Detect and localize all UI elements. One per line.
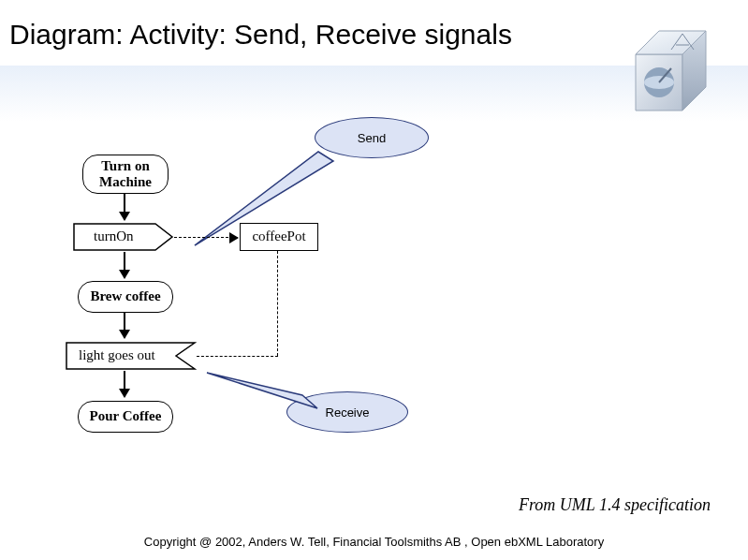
activity-diagram: Turn on Machine turnOn coffeePot Brew co…: [56, 112, 431, 487]
send-signal-label: turnOn: [94, 228, 134, 244]
dashed-vertical: [277, 251, 278, 356]
brew-label: Brew coffee: [90, 288, 160, 304]
slide: Diagram: Activity: Send, Receive signals: [0, 0, 748, 560]
activity-brew-coffee: Brew coffee: [78, 281, 173, 313]
copyright-text: Copyright @ 2002, Anders W. Tell, Financ…: [0, 535, 748, 549]
pour-label: Pour Coffee: [90, 408, 162, 424]
dashed-to-coffeepot: [174, 237, 238, 238]
turn-on-line1: Turn on: [101, 158, 150, 173]
coffeepot-label: coffeePot: [252, 228, 305, 244]
arrow-1: [124, 194, 125, 220]
slide-title: Diagram: Activity: Send, Receive signals: [9, 19, 512, 51]
arrow-2: [124, 252, 125, 278]
logo-cube: [617, 17, 729, 129]
object-coffeepot: coffeePot: [240, 223, 318, 251]
arrow-4: [124, 371, 125, 397]
receive-signal-label: light goes out: [79, 347, 155, 363]
activity-pour-coffee: Pour Coffee: [78, 401, 173, 433]
dashed-horizontal-return: [197, 356, 278, 357]
arrow-3: [124, 312, 125, 338]
activity-turn-on-machine: Turn on Machine: [82, 155, 169, 194]
turn-on-line2: Machine: [99, 174, 152, 189]
source-text: From UML 1.4 specification: [519, 495, 711, 515]
